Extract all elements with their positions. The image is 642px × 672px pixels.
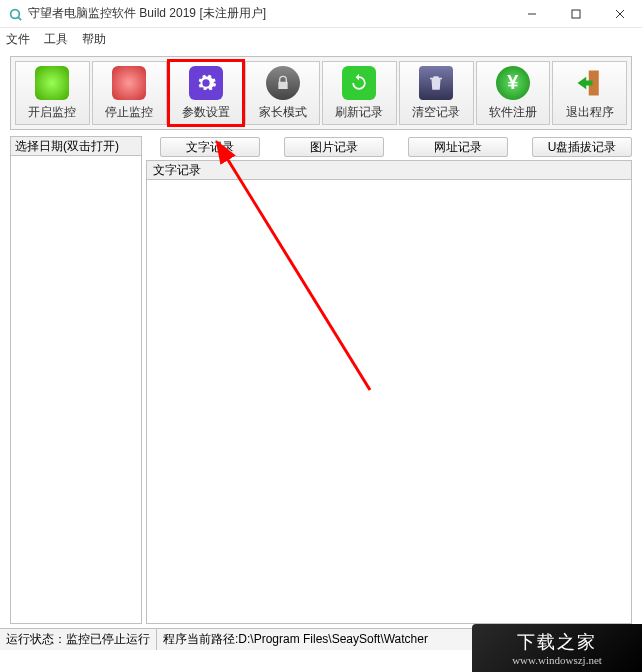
records-list[interactable]	[146, 180, 632, 624]
menu-tools[interactable]: 工具	[44, 31, 68, 48]
status-path: 程序当前路径:D:\Program Files\SeaySoft\Watcher	[157, 631, 434, 648]
toolbar: 开启监控 停止监控 参数设置 家长模式 刷新记录	[10, 56, 632, 130]
menu-file[interactable]: 文件	[6, 31, 30, 48]
yen-icon: ¥	[496, 66, 530, 100]
titlebar: 守望者电脑监控软件 Build 2019 [未注册用户]	[0, 0, 642, 28]
tab-url-records[interactable]: 网址记录	[408, 137, 508, 157]
stop-monitor-button[interactable]: 停止监控	[92, 61, 167, 125]
tab-image-records[interactable]: 图片记录	[284, 137, 384, 157]
svg-line-1	[18, 16, 22, 20]
content-area: 选择日期(双击打开) 文字记录 图片记录 网址记录 U盘插拔记录 文字记录	[0, 136, 642, 624]
maximize-button[interactable]	[554, 0, 598, 28]
clear-button[interactable]: 清空记录	[399, 61, 474, 125]
records-panel: 文字记录 图片记录 网址记录 U盘插拔记录 文字记录	[146, 136, 632, 624]
window-controls	[510, 0, 642, 28]
tab-text-records[interactable]: 文字记录	[160, 137, 260, 157]
settings-button[interactable]: 参数设置	[169, 61, 244, 125]
refresh-icon	[342, 66, 376, 100]
date-panel: 选择日期(双击打开)	[10, 136, 142, 624]
start-icon	[35, 66, 69, 100]
status-run-state: 运行状态：监控已停止运行	[0, 629, 157, 650]
start-monitor-button[interactable]: 开启监控	[15, 61, 90, 125]
gear-icon	[189, 66, 223, 100]
date-panel-header: 选择日期(双击打开)	[10, 136, 142, 156]
lock-icon	[266, 66, 300, 100]
watermark-text: 下载之家	[517, 630, 597, 654]
watermark-url: www.windowszj.net	[512, 654, 602, 666]
window-title: 守望者电脑监控软件 Build 2019 [未注册用户]	[28, 5, 266, 22]
register-button[interactable]: ¥ 软件注册	[476, 61, 551, 125]
records-subheader: 文字记录	[146, 160, 632, 180]
menubar: 文件 工具 帮助	[0, 28, 642, 50]
stop-icon	[112, 66, 146, 100]
trash-icon	[419, 66, 453, 100]
exit-button[interactable]: 退出程序	[552, 61, 627, 125]
exit-icon	[573, 66, 607, 100]
app-icon	[8, 7, 22, 21]
refresh-button[interactable]: 刷新记录	[322, 61, 397, 125]
parent-mode-button[interactable]: 家长模式	[245, 61, 320, 125]
close-button[interactable]	[598, 0, 642, 28]
minimize-button[interactable]	[510, 0, 554, 28]
watermark: 下载之家 www.windowszj.net	[472, 624, 642, 672]
menu-help[interactable]: 帮助	[82, 31, 106, 48]
tab-usb-records[interactable]: U盘插拔记录	[532, 137, 632, 157]
svg-rect-3	[572, 10, 580, 18]
date-list[interactable]	[10, 156, 142, 624]
tab-row: 文字记录 图片记录 网址记录 U盘插拔记录	[146, 136, 632, 158]
toolbar-container: 开启监控 停止监控 参数设置 家长模式 刷新记录	[0, 50, 642, 136]
